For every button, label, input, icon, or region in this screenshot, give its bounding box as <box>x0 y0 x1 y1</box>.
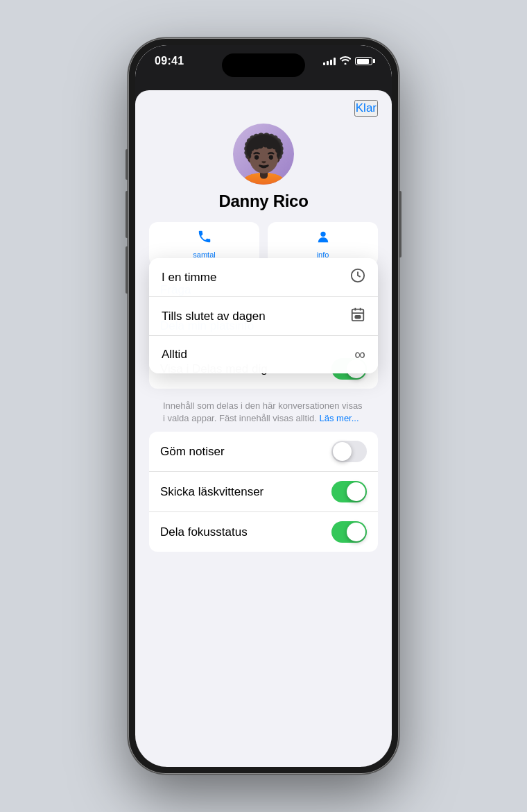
infinity-icon: ∞ <box>354 346 365 364</box>
gom-notiser-toggle[interactable] <box>331 441 367 462</box>
battery-icon <box>355 57 372 65</box>
option-end-of-day[interactable]: Tills slutet av dagen <box>149 297 378 336</box>
notifications-card: Göm notiser Skicka läskvittenser <box>149 432 378 552</box>
notifications-section: Göm notiser Skicka läskvittenser <box>135 432 392 552</box>
svg-rect-2 <box>352 310 364 321</box>
toggle-knob-2 <box>333 442 352 461</box>
skicka-laskvittenser-label: Skicka läskvittenser <box>160 485 264 499</box>
person-icon <box>316 229 331 248</box>
gom-notiser-row: Göm notiser <box>149 432 378 472</box>
dela-fokusstatus-row: Dela fokusstatus <box>149 512 378 552</box>
option-one-hour[interactable]: I en timme <box>149 258 378 297</box>
action-buttons-row: samtal info I e <box>135 222 392 274</box>
skicka-laskvittenser-row: Skicka läskvittenser <box>149 472 378 512</box>
sheet-header: Klar <box>135 90 392 117</box>
option-one-hour-label: I en timme <box>162 271 216 285</box>
volume-down-button[interactable] <box>126 246 128 294</box>
svg-rect-6 <box>355 316 360 319</box>
clock-icon <box>350 268 365 287</box>
power-button[interactable] <box>399 191 401 257</box>
phone-icon <box>197 229 212 248</box>
phone-device: 09:41 <box>128 38 399 774</box>
option-end-of-day-label: Tills slutet av dagen <box>162 310 266 323</box>
wifi-icon <box>340 56 351 67</box>
status-time: 09:41 <box>155 55 184 67</box>
avatar: 🧑🏿‍🦱 <box>233 124 294 185</box>
toggle-knob-3 <box>347 482 365 501</box>
learn-more-link[interactable]: Läs mer... <box>319 413 358 423</box>
duration-dropdown: I en timme Tills slutet av dagen <box>149 258 378 373</box>
avatar-emoji: 🧑🏿‍🦱 <box>234 135 293 183</box>
done-button[interactable]: Klar <box>354 100 378 117</box>
shared-with-you-description: Innehåll som delas i den här konversatio… <box>149 396 378 425</box>
skicka-laskvittenser-toggle[interactable] <box>331 481 367 502</box>
status-bar: 09:41 <box>135 45 392 73</box>
toggle-knob-4 <box>347 523 365 541</box>
svg-point-0 <box>320 232 325 237</box>
gom-notiser-label: Göm notiser <box>160 445 225 459</box>
calendar-icon <box>350 307 365 325</box>
content-sheet: Klar 🧑🏿‍🦱 Danny Rico <box>135 90 392 767</box>
option-always-label: Alltid <box>162 348 187 362</box>
volume-up-button[interactable] <box>126 191 128 238</box>
signal-icon <box>323 57 336 65</box>
phone-screen: 09:41 <box>135 45 392 767</box>
profile-section: 🧑🏿‍🦱 Danny Rico <box>135 117 392 222</box>
dela-fokusstatus-label: Dela fokusstatus <box>160 525 248 539</box>
status-right-icons <box>323 56 372 67</box>
option-always[interactable]: Alltid ∞ <box>149 336 378 373</box>
dela-fokusstatus-toggle[interactable] <box>331 521 367 543</box>
contact-name: Danny Rico <box>218 192 308 211</box>
